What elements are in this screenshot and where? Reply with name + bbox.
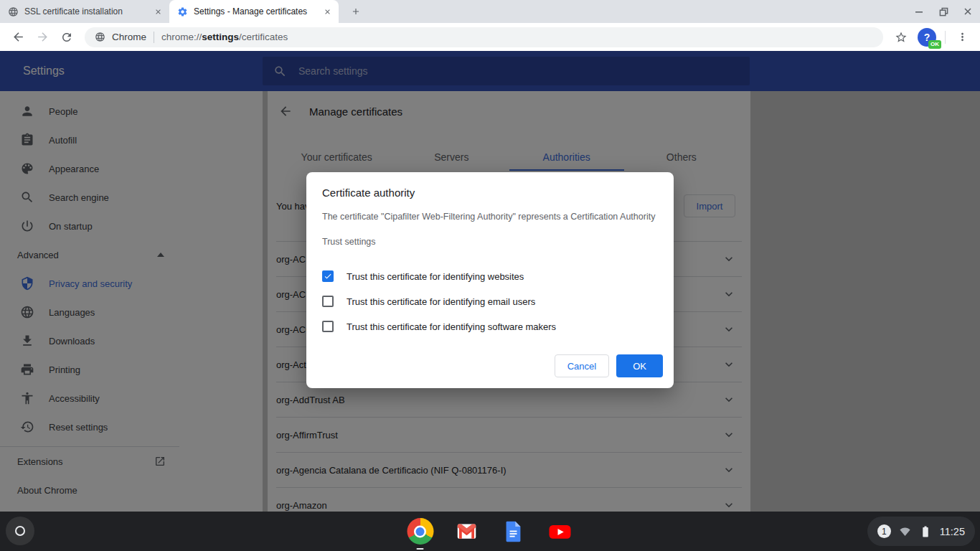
tab-title: SSL certificate installation xyxy=(24,6,152,17)
youtube-app-icon[interactable] xyxy=(547,518,574,545)
checkbox-row-email[interactable]: Trust this certificate for identifying e… xyxy=(322,290,658,313)
tab-close-icon[interactable] xyxy=(152,6,164,17)
checkbox-label: Trust this certificate for identifying s… xyxy=(347,321,556,332)
trust-settings-label: Trust settings xyxy=(322,237,658,248)
restore-icon[interactable] xyxy=(931,0,956,23)
checkbox-row-software[interactable]: Trust this certificate for identifying s… xyxy=(322,315,658,338)
site-info-icon[interactable] xyxy=(95,32,105,42)
wifi-icon xyxy=(899,525,911,537)
avatar-ok-badge: OK xyxy=(928,40,941,49)
browser-toolbar: Chrome chrome://settings/certificates ? … xyxy=(0,23,980,51)
docs-app-icon[interactable] xyxy=(500,518,527,545)
tab-close-icon[interactable] xyxy=(321,6,333,17)
launcher-button[interactable] xyxy=(6,517,34,545)
checkbox-label: Trust this certificate for identifying e… xyxy=(347,296,535,307)
dialog-body-text: The certificate "Cipafilter Web-Filterin… xyxy=(322,212,658,222)
omnibox-url-scheme: chrome:// xyxy=(161,32,202,42)
toolbar-divider xyxy=(945,31,946,44)
ok-button[interactable]: OK xyxy=(616,354,663,377)
checkbox-label: Trust this certificate for identifying w… xyxy=(347,271,524,282)
dialog-title: Certificate authority xyxy=(322,187,658,199)
omnibox-site-label: Chrome xyxy=(112,32,146,42)
notification-badge: 1 xyxy=(877,524,891,538)
window-controls xyxy=(907,0,980,23)
browser-menu-icon[interactable] xyxy=(951,27,973,48)
avatar[interactable]: ? OK xyxy=(918,28,936,47)
screen: SSL certificate installation Settings - … xyxy=(0,0,980,551)
minimize-icon[interactable] xyxy=(907,0,931,23)
dialog-buttons: Cancel OK xyxy=(555,354,663,377)
gmail-app-icon[interactable] xyxy=(453,518,481,545)
omnibox-separator xyxy=(154,32,154,43)
browser-tab-ssl[interactable]: SSL certificate installation xyxy=(0,0,169,23)
forward-icon[interactable] xyxy=(32,27,53,48)
tab-strip: SSL certificate installation Settings - … xyxy=(0,0,980,23)
omnibox[interactable]: Chrome chrome://settings/certificates xyxy=(85,27,883,47)
globe-favicon-icon xyxy=(7,6,19,17)
omnibox-url-host: settings xyxy=(202,32,239,42)
launcher-icon xyxy=(15,526,25,536)
tab-title: Settings - Manage certificates xyxy=(194,6,321,17)
status-tray[interactable]: 1 11:25 xyxy=(867,517,975,546)
checkbox-checked-icon[interactable] xyxy=(322,270,334,282)
checkbox-unchecked-icon[interactable] xyxy=(322,296,334,307)
certificate-authority-dialog: Certificate authority The certificate "C… xyxy=(306,172,674,388)
shelf-apps xyxy=(407,512,574,551)
close-window-icon[interactable] xyxy=(956,0,980,23)
omnibox-url-path: /certificates xyxy=(239,32,288,42)
settings-gear-favicon-icon xyxy=(176,6,188,17)
active-app-indicator xyxy=(417,548,424,550)
checkbox-unchecked-icon[interactable] xyxy=(322,321,334,332)
checkbox-row-websites[interactable]: Trust this certificate for identifying w… xyxy=(322,265,658,288)
toolbar-right: ? OK xyxy=(889,27,974,48)
back-icon[interactable] xyxy=(7,27,29,48)
browser-tab-settings[interactable]: Settings - Manage certificates xyxy=(169,0,339,23)
reload-icon[interactable] xyxy=(56,27,77,48)
clock: 11:25 xyxy=(940,526,965,537)
bookmark-star-icon[interactable] xyxy=(890,27,912,48)
new-tab-button[interactable] xyxy=(346,1,366,22)
chromeos-shelf: 1 11:25 xyxy=(0,512,980,551)
cancel-button[interactable]: Cancel xyxy=(555,354,609,377)
chrome-app-icon[interactable] xyxy=(407,518,434,545)
battery-icon xyxy=(919,525,932,538)
